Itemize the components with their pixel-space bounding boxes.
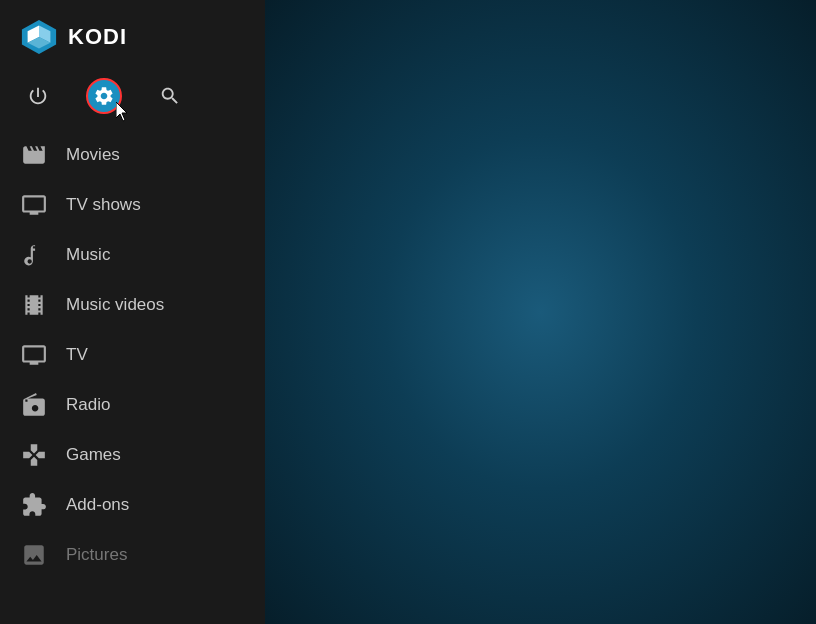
nav-item-tv[interactable]: TV — [0, 330, 265, 380]
search-icon — [159, 85, 181, 107]
nav-item-music[interactable]: Music — [0, 230, 265, 280]
radio-label: Radio — [66, 395, 110, 415]
pictures-icon — [20, 541, 48, 569]
settings-button[interactable] — [86, 78, 122, 114]
tv-shows-icon — [20, 191, 48, 219]
games-label: Games — [66, 445, 121, 465]
kodi-logo-icon — [20, 18, 58, 56]
nav-item-add-ons[interactable]: Add-ons — [0, 480, 265, 530]
tv-icon — [20, 341, 48, 369]
nav-item-games[interactable]: Games — [0, 430, 265, 480]
tv-shows-label: TV shows — [66, 195, 141, 215]
nav-item-movies[interactable]: Movies — [0, 130, 265, 180]
pictures-label: Pictures — [66, 545, 127, 565]
top-icons-row — [0, 70, 265, 130]
music-label: Music — [66, 245, 110, 265]
sidebar: KODI — [0, 0, 265, 624]
movies-icon — [20, 141, 48, 169]
music-videos-label: Music videos — [66, 295, 164, 315]
settings-gear-icon — [93, 85, 115, 107]
power-icon — [27, 85, 49, 107]
app-title: KODI — [68, 24, 127, 50]
nav-item-radio[interactable]: Radio — [0, 380, 265, 430]
cursor-icon — [116, 102, 132, 122]
music-icon — [20, 241, 48, 269]
radio-icon — [20, 391, 48, 419]
music-videos-icon — [20, 291, 48, 319]
power-button[interactable] — [20, 78, 56, 114]
main-content — [265, 0, 816, 624]
tv-label: TV — [66, 345, 88, 365]
add-ons-label: Add-ons — [66, 495, 129, 515]
nav-items: Movies TV shows Music — [0, 130, 265, 624]
games-icon — [20, 441, 48, 469]
nav-item-pictures[interactable]: Pictures — [0, 530, 265, 580]
nav-item-tv-shows[interactable]: TV shows — [0, 180, 265, 230]
logo-area: KODI — [0, 0, 265, 70]
add-ons-icon — [20, 491, 48, 519]
svg-marker-4 — [116, 102, 127, 121]
nav-item-music-videos[interactable]: Music videos — [0, 280, 265, 330]
search-button[interactable] — [152, 78, 188, 114]
movies-label: Movies — [66, 145, 120, 165]
